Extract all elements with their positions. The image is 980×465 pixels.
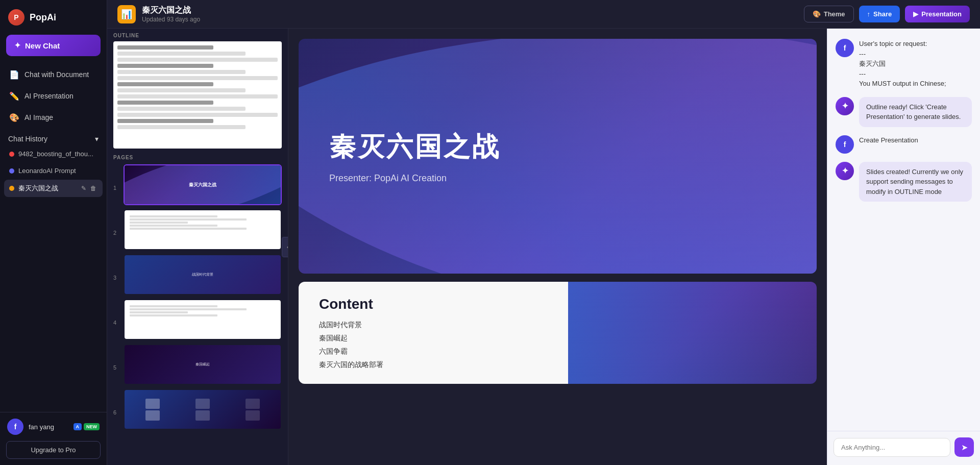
- ai-image-icon: 🎨: [9, 112, 19, 123]
- badge-a: A: [74, 423, 82, 430]
- chat-message-1: f User's topic or request: --- 秦灭六国 --- …: [836, 39, 972, 89]
- chat-message-4: ✦ Slides created! Currently we only supp…: [836, 162, 972, 202]
- outline-line: [117, 64, 213, 68]
- slide-item-1: 1 秦灭六国之战: [113, 164, 282, 205]
- slide-thumb-1[interactable]: 秦灭六国之战: [124, 164, 282, 205]
- slide-viewer: 秦灭六国之战 Presenter: PopAi AI Creation Cont…: [288, 29, 827, 465]
- main-slide-preview[interactable]: 秦灭六国之战 Presenter: PopAi AI Creation: [299, 39, 817, 274]
- outline-line: [117, 58, 278, 62]
- user-profile[interactable]: f fan yang A NEW: [0, 412, 107, 441]
- share-icon: ↑: [867, 10, 871, 18]
- outline-section: OUTLINE: [107, 29, 288, 151]
- slide-number-6: 6: [113, 389, 119, 415]
- slide-item-2: 2: [113, 209, 282, 250]
- slide-thumb-2[interactable]: [124, 209, 282, 250]
- slide-main-title: 秦灭六国之战: [329, 129, 501, 165]
- outline-line: [117, 88, 246, 92]
- outline-line: [117, 45, 213, 50]
- doc-updated: Updated 93 days ago: [142, 16, 804, 23]
- sidebar: P PopAi ✦ New Chat 📄 Chat with Document …: [0, 0, 107, 465]
- chat-avatar-user-1: f: [836, 39, 854, 57]
- pages-label: PAGES: [113, 155, 282, 160]
- theme-button[interactable]: 🎨 Theme: [804, 6, 854, 22]
- history-item-2[interactable]: LeonardoAI Prompt: [4, 163, 103, 179]
- slide-number-2: 2: [113, 209, 119, 236]
- sidebar-bottom: f fan yang A NEW Upgrade to Pro: [0, 412, 107, 465]
- chat-history-list: 9482_boosting_of_thou... LeonardoAI Prom…: [0, 146, 107, 197]
- pages-section: PAGES 1 秦灭六国之战 2: [107, 151, 288, 465]
- send-icon: ➤: [961, 443, 968, 452]
- outline-line: [117, 101, 213, 105]
- slide-item-3: 3 战国时代背景: [113, 254, 282, 295]
- slide-dark-text: 战国时代背景: [192, 272, 213, 277]
- upgrade-button[interactable]: Upgrade to Pro: [6, 441, 101, 459]
- chevron-down-icon: ▾: [95, 135, 99, 143]
- slide-second-wave: [568, 282, 817, 384]
- slide-thumb-5[interactable]: 秦国崛起: [124, 344, 282, 385]
- collapse-panel-button[interactable]: ‹: [282, 237, 288, 257]
- slide-number-5: 5: [113, 344, 119, 371]
- share-button[interactable]: ↑ Share: [859, 6, 900, 22]
- presentation-area: OUTLINE: [107, 29, 980, 465]
- outline-line: [117, 113, 278, 117]
- chat-document-icon: 📄: [9, 69, 19, 80]
- slide-main-content: 秦灭六国之战 Presenter: PopAi AI Creation: [299, 39, 817, 274]
- app-logo[interactable]: P PopAi: [0, 0, 107, 35]
- main-content: 📊 秦灭六国之战 Updated 93 days ago 🎨 Theme ↑ S…: [107, 0, 980, 465]
- chat-input[interactable]: [834, 438, 950, 457]
- history-item-1[interactable]: 9482_boosting_of_thou...: [4, 146, 103, 162]
- slide-thumb-title: 秦灭六国之战: [189, 182, 216, 188]
- play-icon: ▶: [913, 10, 918, 18]
- outline-line: [117, 125, 246, 129]
- slide-thumb-6[interactable]: [124, 389, 282, 430]
- outline-line: [117, 82, 213, 86]
- user-name: fan yang: [29, 423, 68, 431]
- user-avatar: f: [7, 419, 23, 435]
- slide-item-4: 4: [113, 299, 282, 340]
- new-chat-button[interactable]: ✦ New Chat: [6, 35, 101, 56]
- slide-list: 1 秦灭六国之战 2: [113, 164, 282, 430]
- slide-content-item-4: 秦灭六国的战略部署: [319, 360, 548, 370]
- second-slide-preview[interactable]: Content 战国时代背景 秦国崛起 六国争霸 秦灭六国的战略部署: [299, 282, 817, 384]
- topbar-actions: 🎨 Theme ↑ Share ▶ Presentation: [804, 6, 970, 22]
- slides-panel: OUTLINE: [107, 29, 288, 465]
- presentation-button[interactable]: ▶ Presentation: [905, 6, 970, 22]
- edit-history-button[interactable]: ✎: [80, 184, 87, 193]
- chat-bubble-4: Slides created! Currently we only suppor…: [859, 162, 972, 202]
- chat-send-button[interactable]: ➤: [954, 437, 974, 457]
- chat-avatar-ai-2: ✦: [836, 162, 854, 180]
- theme-icon: 🎨: [813, 10, 821, 18]
- new-chat-icon: ✦: [14, 41, 21, 50]
- slide-second-left: Content 战国时代背景 秦国崛起 六国争霸 秦灭六国的战略部署: [299, 282, 568, 384]
- sidebar-item-chat-with-document[interactable]: 📄 Chat with Document: [4, 64, 103, 85]
- slide-content-item-2: 秦国崛起: [319, 334, 548, 343]
- slide-thumb-4[interactable]: [124, 299, 282, 340]
- chat-panel: f User's topic or request: --- 秦灭六国 --- …: [827, 29, 980, 465]
- doc-info: 秦灭六国之战 Updated 93 days ago: [142, 5, 804, 23]
- slide-second-right: [568, 282, 817, 384]
- history-dot-2: [9, 168, 14, 174]
- slide-second-items: 战国时代背景 秦国崛起 六国争霸 秦灭六国的战略部署: [319, 321, 548, 370]
- slide-number-1: 1: [113, 164, 119, 191]
- slide-thumb-3[interactable]: 战国时代背景: [124, 254, 282, 295]
- slide-dark-text-5: 秦国崛起: [195, 362, 210, 367]
- chat-bubble-3: Create Presentation: [859, 135, 972, 145]
- history-dot-1: [9, 152, 14, 157]
- user-badges: A NEW: [74, 423, 100, 430]
- outline-line: [117, 94, 278, 99]
- slide-item-6: 6: [113, 389, 282, 430]
- chat-bubble-2: Outline ready! Click 'Create Presentatio…: [859, 97, 972, 127]
- chat-avatar-user-2: f: [836, 135, 854, 154]
- topbar: 📊 秦灭六国之战 Updated 93 days ago 🎨 Theme ↑ S…: [107, 0, 980, 29]
- sidebar-item-ai-presentation[interactable]: ✏️ AI Presentation: [4, 86, 103, 106]
- doc-icon: 📊: [117, 5, 136, 23]
- outline-line: [117, 107, 246, 111]
- slide-content-item-1: 战国时代背景: [319, 321, 548, 330]
- sidebar-item-ai-image[interactable]: 🎨 AI Image: [4, 107, 103, 128]
- slide-number-3: 3: [113, 254, 119, 281]
- slide-main-subtitle: Presenter: PopAi AI Creation: [329, 173, 447, 184]
- chat-messages: f User's topic or request: --- 秦灭六国 --- …: [827, 29, 980, 431]
- chat-history-header[interactable]: Chat History ▾: [0, 128, 107, 146]
- history-item-3[interactable]: 秦灭六国之战 ✎ 🗑: [4, 180, 103, 197]
- delete-history-button[interactable]: 🗑: [89, 184, 97, 193]
